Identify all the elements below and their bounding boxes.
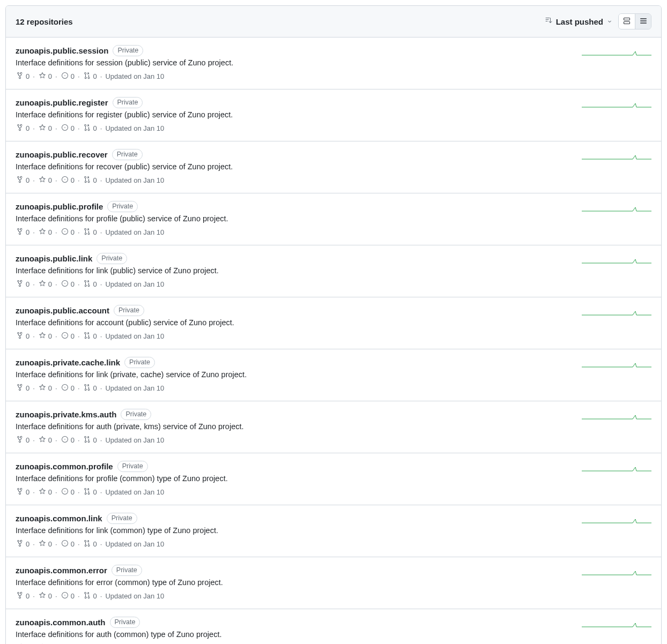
repo-description: Interface definitions for account (publi… [16,318,573,327]
issues-count[interactable]: 0 [61,71,75,81]
meta-separator: · [78,72,80,80]
repo-title-row: zunoapis.public.profile Private [16,201,573,212]
repo-name-link[interactable]: zunoapis.private.kms.auth [16,410,116,419]
visibility-badge: Private [121,409,151,420]
meta-separator: · [78,176,80,184]
issues-count[interactable]: 0 [61,279,75,289]
forks-count[interactable]: 0 [16,487,29,497]
forks-count[interactable]: 0 [16,71,29,81]
meta-separator: · [78,488,80,496]
issues-value: 0 [71,124,75,132]
repo-main: zunoapis.public.account Private Interfac… [16,305,573,341]
repo-meta: 0 · 0 · 0 · 0 · Updated on Jan 10 [16,383,573,393]
repo-item: zunoapis.private.cache.link Private Inte… [6,349,661,401]
pulls-count[interactable]: 0 [83,331,97,341]
stars-count[interactable]: 0 [38,123,52,133]
stars-count[interactable]: 0 [38,539,52,549]
repo-name-link[interactable]: zunoapis.common.profile [16,462,113,471]
issue-icon [61,539,69,549]
meta-separator: · [33,592,35,600]
issue-icon [61,331,69,341]
stars-count[interactable]: 0 [38,279,52,289]
repo-name-link[interactable]: zunoapis.public.account [16,306,109,315]
stars-value: 0 [48,124,52,132]
pulls-count[interactable]: 0 [83,71,97,81]
sort-icon [544,17,553,27]
forks-count[interactable]: 0 [16,279,29,289]
pulls-count[interactable]: 0 [83,487,97,497]
issues-count[interactable]: 0 [61,487,75,497]
repo-count-label: 12 repositories [16,17,73,26]
pulls-count[interactable]: 0 [83,227,97,237]
repo-name-link[interactable]: zunoapis.public.register [16,98,108,107]
stars-count[interactable]: 0 [38,487,52,497]
panel-header: 12 repositories Last pushed [6,6,661,38]
forks-count[interactable]: 0 [16,227,29,237]
forks-value: 0 [26,384,29,392]
view-toggle [618,13,651,29]
updated-label: Updated on Jan 10 [105,176,164,184]
pulls-count[interactable]: 0 [83,175,97,185]
repo-name-link[interactable]: zunoapis.public.link [16,254,92,263]
stars-count[interactable]: 0 [38,591,52,601]
stars-count[interactable]: 0 [38,331,52,341]
repo-description: Interface definitions for link (private,… [16,370,573,379]
pulls-count[interactable]: 0 [83,123,97,133]
pulls-count[interactable]: 0 [83,591,97,601]
star-icon [38,123,47,133]
stars-value: 0 [48,436,52,444]
repo-description: Interface definitions for auth (private,… [16,422,573,431]
issues-count[interactable]: 0 [61,383,75,393]
forks-count[interactable]: 0 [16,539,29,549]
forks-count[interactable]: 0 [16,175,29,185]
issues-count[interactable]: 0 [61,123,75,133]
meta-separator: · [55,592,57,600]
updated-label: Updated on Jan 10 [105,124,164,132]
issues-count[interactable]: 0 [61,435,75,445]
issues-count[interactable]: 0 [61,591,75,601]
pulls-count[interactable]: 0 [83,279,97,289]
issues-count[interactable]: 0 [61,175,75,185]
visibility-badge: Private [107,201,138,212]
issues-count[interactable]: 0 [61,331,75,341]
forks-count[interactable]: 0 [16,383,29,393]
issues-value: 0 [71,540,75,548]
activity-sparkline [582,203,651,214]
forks-value: 0 [26,124,29,132]
meta-separator: · [100,72,102,80]
repo-description: Interface definitions for auth (common) … [16,630,573,639]
repo-name-link[interactable]: zunoapis.common.link [16,514,102,523]
meta-separator: · [78,332,80,340]
repo-name-link[interactable]: zunoapis.public.session [16,46,108,55]
stars-value: 0 [48,228,52,236]
repo-name-link[interactable]: zunoapis.public.profile [16,202,103,211]
issues-count[interactable]: 0 [61,227,75,237]
forks-value: 0 [26,540,29,548]
forks-count[interactable]: 0 [16,591,29,601]
pulls-count[interactable]: 0 [83,539,97,549]
stars-count[interactable]: 0 [38,383,52,393]
forks-count[interactable]: 0 [16,331,29,341]
visibility-badge: Private [117,461,148,472]
view-card-button[interactable] [619,14,635,29]
forks-count[interactable]: 0 [16,123,29,133]
stars-count[interactable]: 0 [38,435,52,445]
repo-name-link[interactable]: zunoapis.public.recover [16,150,108,159]
stars-count[interactable]: 0 [38,71,52,81]
stars-value: 0 [48,280,52,288]
meta-separator: · [100,228,102,236]
repo-title-row: zunoapis.public.register Private [16,97,573,108]
pulls-count[interactable]: 0 [83,435,97,445]
view-list-button[interactable] [635,14,651,29]
sort-button[interactable]: Last pushed [544,17,613,27]
list-icon [639,17,648,27]
issues-count[interactable]: 0 [61,539,75,549]
stars-count[interactable]: 0 [38,227,52,237]
repo-name-link[interactable]: zunoapis.common.auth [16,618,106,627]
repo-main: zunoapis.public.register Private Interfa… [16,97,573,133]
stars-count[interactable]: 0 [38,175,52,185]
forks-count[interactable]: 0 [16,435,29,445]
pulls-count[interactable]: 0 [83,383,97,393]
repo-name-link[interactable]: zunoapis.private.cache.link [16,358,120,367]
repo-name-link[interactable]: zunoapis.common.error [16,566,107,575]
